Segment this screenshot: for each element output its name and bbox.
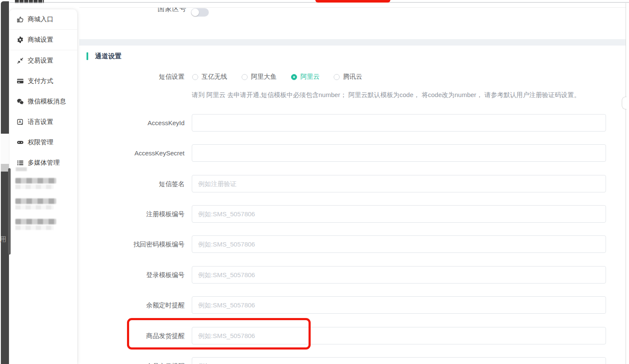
right-scrollbar-hint[interactable] [622, 97, 626, 109]
balance-reminder-input[interactable] [192, 296, 606, 314]
password-recovery-template-input[interactable] [192, 235, 606, 253]
sidebar: 商城入口 商城设置 交易设置 支付方式 微信模板消息 A 语言设置 权限管理 多 [9, 9, 77, 364]
field-label: 短信签名 [79, 175, 192, 192]
red-annotation-top [315, 0, 390, 3]
blurred-text [15, 219, 56, 224]
gear-icon [17, 36, 24, 43]
form-row-password-recovery-template: 找回密码模板编号 [79, 235, 606, 253]
svg-text:A: A [19, 120, 21, 124]
blurred-text [15, 178, 56, 183]
sms-help-text: 请到 阿里云 去申请开通,短信模板中必须包含number； 阿里云默认模板为co… [192, 91, 609, 99]
blurred-text [15, 185, 54, 189]
section-accent-bar [87, 52, 88, 60]
radio-selected-icon [291, 74, 297, 80]
sidebar-item-blurred-3[interactable] [15, 219, 56, 230]
language-icon: A [17, 118, 24, 126]
sidebar-item-mall-settings[interactable]: 商城设置 [9, 30, 77, 50]
sidebar-item-label: 权限管理 [28, 138, 53, 146]
sidebar-item-label: 语言设置 [28, 118, 53, 126]
sidebar-item-blurred-2[interactable] [15, 198, 56, 209]
compress-arrows-icon [17, 57, 24, 64]
accesskeyid-input[interactable] [192, 114, 606, 132]
sms-signature-input[interactable] [192, 175, 606, 192]
field-label: AccessKeyId [79, 114, 192, 132]
radio-aliyun-selected[interactable]: 阿里云 [291, 73, 320, 81]
field-label: 商品发货提醒 [79, 327, 192, 344]
recharge-reminder-input[interactable] [192, 357, 606, 364]
gamepad-icon [17, 139, 24, 146]
form-row-balance-reminder: 余额定时提醒 [79, 296, 606, 314]
country-code-label-clipped: 国家区号 [158, 8, 188, 13]
form-row-accesskeysecret: AccessKeySecret [79, 144, 606, 162]
section-separator-band [79, 39, 626, 46]
radio-circle-icon [334, 74, 340, 80]
blurred-text [15, 198, 56, 204]
section-title: 通道设置 [95, 52, 121, 60]
form-row-login-template: 登录模板编号 [79, 266, 606, 284]
radio-huyi-wireless[interactable]: 互亿无线 [192, 73, 227, 81]
blurred-text [15, 226, 54, 230]
sidebar-item-payment-method[interactable]: 支付方式 [9, 71, 77, 91]
field-label: 找回密码模板编号 [79, 235, 192, 253]
radio-ali-dayu[interactable]: 阿里大鱼 [242, 73, 277, 81]
blurred-fragment [16, 167, 27, 171]
radio-circle-icon [192, 74, 198, 80]
sidebar-item-label: 交易设置 [28, 57, 53, 65]
register-template-input[interactable] [192, 205, 606, 223]
sidebar-item-mall-entrance[interactable]: 商城入口 [9, 9, 77, 30]
field-label: 登录模板编号 [79, 266, 192, 284]
sidebar-item-blurred-1[interactable] [15, 178, 56, 189]
login-template-input[interactable] [192, 266, 606, 284]
content-right-border [626, 3, 626, 364]
form-row-shipping-reminder: 商品发货提醒 [79, 327, 606, 344]
field-label: 会员充值提醒 [79, 357, 192, 364]
form-row-register-template: 注册模板编号 [79, 205, 606, 223]
section-header: 通道设置 [87, 52, 121, 60]
field-label: 注册模板编号 [79, 205, 192, 223]
sidebar-item-language-settings[interactable]: A 语言设置 [9, 112, 77, 132]
sidebar-item-label: 商城入口 [28, 15, 53, 23]
blurred-text [15, 205, 54, 209]
wechat-icon [17, 98, 24, 105]
form-row-accesskeyid: AccessKeyId [79, 114, 606, 132]
credit-card-icon [17, 77, 24, 85]
toggle-knob [191, 9, 199, 16]
shipping-reminder-input[interactable] [192, 327, 606, 344]
sidebar-item-permission-management[interactable]: 权限管理 [9, 132, 77, 152]
radio-tencent-cloud[interactable]: 腾讯云 [334, 73, 362, 81]
sidebar-item-trade-settings[interactable]: 交易设置 [9, 50, 77, 71]
accesskeysecret-input[interactable] [192, 144, 606, 162]
field-label: 余额定时提醒 [79, 296, 192, 314]
sidebar-item-label: 支付方式 [28, 77, 53, 85]
admin-settings-page: 国家区号 通道设置 短信设置 互亿无线 阿里大鱼 阿里云 腾讯云 请到 阿里云 … [0, 0, 629, 364]
form-row-recharge-reminder-clipped: 会员充值提醒 [79, 357, 606, 364]
field-label: AccessKeySecret [79, 144, 192, 162]
thumbs-up-icon [17, 16, 24, 23]
sidebar-item-label: 商城设置 [28, 36, 53, 44]
sidebar-item-wechat-template[interactable]: 微信模板消息 [9, 91, 77, 112]
sms-provider-row: 短信设置 互亿无线 阿里大鱼 阿里云 腾讯云 [79, 73, 606, 80]
country-code-toggle[interactable] [191, 8, 209, 17]
sidebar-item-label: 微信模板消息 [28, 97, 66, 106]
sms-setting-label: 短信设置 [79, 73, 185, 80]
list-icon [17, 159, 24, 166]
radio-circle-icon [242, 74, 248, 80]
scrollbar-thumb[interactable] [8, 168, 11, 255]
sidebar-item-label: 多媒体管理 [28, 159, 60, 167]
form-row-sms-signature: 短信签名 [79, 175, 606, 192]
background-window-gap [1, 134, 9, 165]
clipped-char: 用 [0, 235, 8, 243]
